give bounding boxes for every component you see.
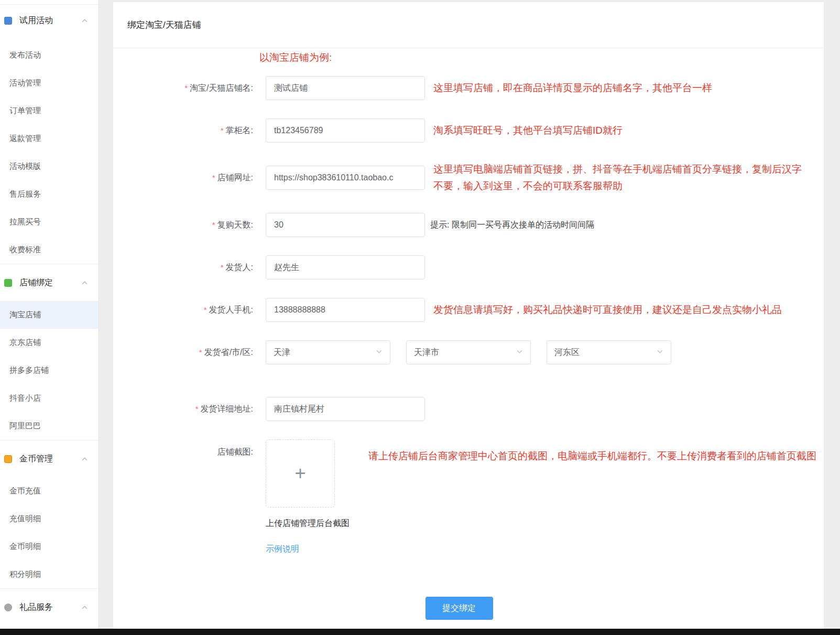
sidebar: 试用活动 发布活动 活动管理 订单管理 返款管理 活动模版 售后服务 拉黑买号 … (0, 0, 99, 629)
district-select[interactable]: 河东区 (547, 340, 671, 364)
sidebar-top-divider (0, 4, 99, 5)
chevron-down-icon (657, 348, 663, 357)
sidebar-group-label: 试用活动 (19, 15, 53, 26)
sidebar-item-label: 京东店铺 (9, 338, 41, 348)
required-asterisk: * (199, 348, 202, 357)
sender-phone-label: *发货人手机: (113, 305, 253, 316)
example-annotation: 以淘宝店铺为例: (259, 51, 824, 64)
bind-shop-form: 以淘宝店铺为例: *淘宝/天猫店铺名: 这里填写店铺，即在商品详情页显示的店铺名… (113, 48, 824, 620)
sidebar-item-label: 拉黑买号 (9, 217, 41, 227)
sidebar-item-refund-manage[interactable]: 返款管理 (0, 125, 99, 153)
app-screen: 试用活动 发布活动 活动管理 订单管理 返款管理 活动模版 售后服务 拉黑买号 … (0, 0, 840, 635)
sidebar-item-label: 售后服务 (9, 189, 41, 199)
sidebar-item-points-detail[interactable]: 积分明细 (0, 561, 99, 588)
submit-row: 提交绑定 (113, 597, 805, 620)
province-value: 天津 (274, 347, 290, 358)
screenshot-annotation: 请上传店铺后台商家管理中心首页的截图，电脑端或手机端都行。不要上传消费者看到的店… (368, 448, 816, 465)
required-asterisk: * (221, 126, 224, 135)
page-title: 绑定淘宝/天猫店铺 (127, 19, 201, 31)
form-row-sender-phone: *发货人手机: 发货信息请填写好，购买礼品快递时可直接使用，建议还是自己发点实物… (113, 298, 824, 322)
chevron-down-icon (376, 348, 383, 357)
sidebar-item-recharge-detail[interactable]: 充值明细 (0, 505, 99, 533)
shop-url-input[interactable] (266, 166, 425, 190)
sidebar-item-label: 抖音小店 (9, 393, 41, 403)
upload-screenshot-box[interactable]: + (266, 439, 335, 508)
required-asterisk: * (195, 404, 199, 413)
sidebar-group-label: 金币管理 (19, 454, 53, 465)
trial-activity-icon (4, 17, 12, 25)
sidebar-item-coin-recharge[interactable]: 金币充值 (0, 477, 99, 505)
district-value: 河东区 (554, 347, 580, 358)
sender-phone-input[interactable] (266, 298, 425, 322)
shop-name-input[interactable] (266, 76, 425, 100)
form-row-shop-screenshot: 店铺截图: + 上传店铺管理后台截图 示例说明 请上传店铺后台商家管理中心首页的… (113, 439, 824, 555)
sidebar-item-label: 返款管理 (9, 134, 41, 144)
shop-name-label: *淘宝/天猫店铺名: (113, 83, 253, 94)
sidebar-item-publish-activity[interactable]: 发布活动 (0, 41, 99, 69)
form-row-region: *发货省/市/区: 天津 天津市 河东区 (113, 340, 824, 364)
sidebar-item-order-manage[interactable]: 订单管理 (0, 97, 99, 125)
sidebar-item-activity-manage[interactable]: 活动管理 (0, 69, 99, 97)
shopkeeper-annotation: 淘系填写旺旺号，其他平台填写店铺ID就行 (433, 122, 623, 139)
required-asterisk: * (204, 305, 207, 314)
shopkeeper-label: *掌柜名: (113, 125, 253, 136)
city-select[interactable]: 天津市 (406, 340, 531, 364)
sidebar-item-taobao-shop[interactable]: 淘宝店铺 (0, 301, 99, 329)
form-row-address: *发货详细地址: (113, 397, 824, 421)
sidebar-item-aftersale-service[interactable]: 售后服务 (0, 180, 99, 208)
sidebar-item-pdd-shop[interactable]: 拼多多店铺 (0, 357, 99, 384)
sidebar-group-gift-service[interactable]: 礼品服务 (0, 589, 99, 626)
chevron-up-icon (81, 279, 88, 286)
form-row-shop-name: *淘宝/天猫店铺名: 这里填写店铺，即在商品详情页显示的店铺名字，其他平台一样 (113, 76, 824, 100)
region-label: *发货省/市/区: (113, 347, 253, 358)
sender-name-label: *发货人: (113, 262, 253, 273)
chevron-up-icon (81, 456, 88, 462)
form-row-repurchase-days: *复购天数: 提示: 限制同一买号再次接单的活动时间间隔 (113, 213, 824, 237)
sender-name-input[interactable] (266, 255, 425, 279)
sidebar-item-activity-template[interactable]: 活动模版 (0, 153, 99, 180)
example-link[interactable]: 示例说明 (266, 544, 299, 555)
address-input[interactable] (266, 397, 425, 421)
chevron-up-icon (81, 604, 88, 611)
chevron-up-icon (81, 17, 88, 24)
sidebar-item-alibaba[interactable]: 阿里巴巴 (0, 412, 99, 440)
upload-caption: 上传店铺管理后台截图 (266, 518, 350, 529)
shop-bind-icon (4, 279, 12, 287)
sidebar-item-label: 收费标准 (9, 245, 41, 255)
sidebar-group-coin-manage[interactable]: 金币管理 (0, 440, 99, 477)
required-asterisk: * (212, 220, 215, 229)
province-select[interactable]: 天津 (266, 340, 390, 364)
sidebar-item-label: 金币明细 (9, 542, 41, 552)
sidebar-item-label: 金币充值 (9, 486, 41, 496)
sidebar-item-fee-standard[interactable]: 收费标准 (0, 236, 99, 264)
form-row-shopkeeper-name: *掌柜名: 淘系填写旺旺号，其他平台填写店铺ID就行 (113, 119, 824, 143)
repurchase-days-input[interactable] (266, 213, 425, 237)
shopkeeper-input[interactable] (266, 119, 425, 143)
gift-icon (4, 604, 12, 611)
sidebar-item-label: 充值明细 (9, 514, 41, 524)
sidebar-item-jd-shop[interactable]: 京东店铺 (0, 329, 99, 357)
submit-bind-button[interactable]: 提交绑定 (426, 597, 493, 620)
upload-column: + 上传店铺管理后台截图 示例说明 (266, 439, 350, 555)
plus-icon: + (294, 464, 306, 483)
sidebar-item-label: 积分明细 (9, 569, 41, 579)
required-asterisk: * (212, 173, 215, 182)
required-asterisk: * (221, 263, 224, 272)
sidebar-item-label: 阿里巴巴 (9, 421, 41, 431)
sidebar-item-label: 拼多多店铺 (9, 365, 49, 375)
city-value: 天津市 (414, 347, 439, 358)
sidebar-item-coin-detail[interactable]: 金币明细 (0, 533, 99, 561)
sidebar-group-label: 礼品服务 (19, 602, 53, 613)
bottom-black-bar (0, 629, 840, 635)
sidebar-group-shop-bind[interactable]: 店铺绑定 (0, 264, 99, 301)
sidebar-item-blacklist-buyer[interactable]: 拉黑买号 (0, 208, 99, 236)
sidebar-group-trial-activity[interactable]: 试用活动 (0, 0, 99, 41)
sidebar-item-label: 发布活动 (9, 50, 41, 60)
main-card: 绑定淘宝/天猫店铺 以淘宝店铺为例: *淘宝/天猫店铺名: 这里填写店铺，即在商… (113, 2, 824, 629)
sidebar-item-douyin-shop[interactable]: 抖音小店 (0, 384, 99, 412)
form-row-sender-name: *发货人: (113, 255, 824, 279)
shop-url-annotation: 这里填写电脑端店铺首页链接，拼、抖音等在手机端店铺首页分享链接，复制后汉字不要，… (433, 161, 811, 195)
repurchase-days-hint: 提示: 限制同一买号再次接单的活动时间间隔 (430, 220, 594, 231)
repurchase-days-label: *复购天数: (113, 220, 253, 231)
shop-name-annotation: 这里填写店铺，即在商品详情页显示的店铺名字，其他平台一样 (433, 80, 712, 96)
